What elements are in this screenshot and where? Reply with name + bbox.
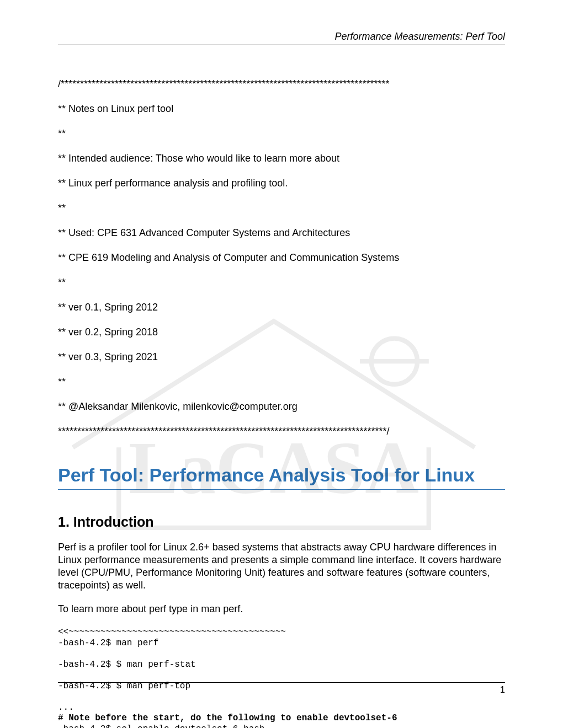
notes-line: ** (58, 376, 505, 388)
notes-line: ** CPE 619 Modeling and Analysis of Comp… (58, 251, 505, 264)
notes-line: ****************************************… (58, 425, 505, 438)
code-line-bold: # Note before the start, do the followin… (58, 713, 397, 723)
code-line: ... (58, 703, 74, 713)
code-line: <<~~~~~~~~~~~~~~~~~~~~~~~~~~~~~~~~~~~~~~… (58, 627, 286, 637)
notes-line: ** Used: CPE 631 Advanced Computer Syste… (58, 227, 505, 239)
notes-block: /***************************************… (58, 65, 505, 450)
notes-line: ** (58, 127, 505, 140)
notes-line: ** (58, 202, 505, 215)
notes-line: /***************************************… (58, 78, 505, 90)
notes-line: ** Intended audience: Those who would li… (58, 152, 505, 165)
intro-paragraph-2: To learn more about perf type in man per… (58, 603, 505, 615)
code-line: -bash-4.2$ man perf (58, 638, 158, 648)
intro-paragraph-1: Perf is a profiler tool for Linux 2.6+ b… (58, 541, 505, 592)
notes-line: ** (58, 276, 505, 289)
notes-line: ** Linux perf performance analysis and p… (58, 177, 505, 190)
code-line: -bash-4.2$ scl enable devtoolset-6 bash (58, 724, 264, 728)
notes-line: ** ver 0.3, Spring 2021 (58, 351, 505, 363)
page-number: 1 (500, 685, 505, 694)
notes-line: ** ver 0.1, Spring 2012 (58, 301, 505, 314)
notes-line: ** Notes on Linux perf tool (58, 103, 505, 115)
notes-line: ** @Aleksandar Milenkovic, milenkovic@co… (58, 400, 505, 413)
running-head: Performance Measurements: Perf Tool (58, 31, 505, 45)
notes-line: ** ver 0.2, Spring 2018 (58, 326, 505, 339)
page-title: Perf Tool: Performance Analysis Tool for… (58, 464, 505, 490)
footer: 1 (58, 682, 505, 695)
code-block: <<~~~~~~~~~~~~~~~~~~~~~~~~~~~~~~~~~~~~~~… (58, 617, 505, 728)
section-heading-introduction: 1. Introduction (58, 514, 505, 530)
code-line: -bash-4.2$ $ man perf-stat (58, 660, 196, 670)
